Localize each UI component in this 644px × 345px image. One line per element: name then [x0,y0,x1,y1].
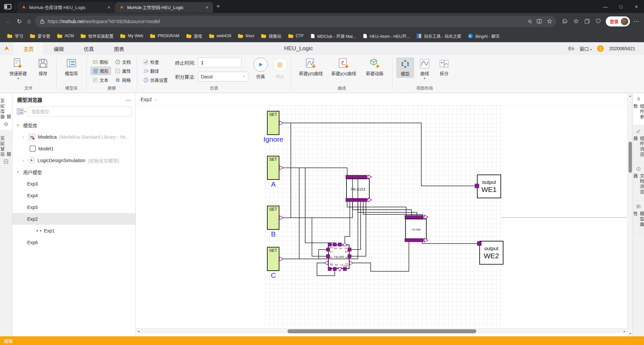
icon-view-button[interactable]: 图标 [91,58,111,66]
chip-74ls00[interactable]: 74LS00 vcc B4 A4 Y4 A1 B1 Y1 B3 A3 Y3 A2… [328,245,350,269]
tree-item-modelica[interactable]: › m Modelica(Modelica Standard Library -… [12,131,136,143]
tree-item-exp3[interactable]: Exp3 [12,178,136,190]
ribbon-tab-chart[interactable]: 图表 [104,42,134,55]
tree-item-exp6[interactable]: Exp6 [12,236,136,248]
grid-button[interactable]: 网格 [113,76,133,84]
browser-menu-icon[interactable]: ⋯ [633,18,639,25]
integrator-select[interactable]: Dassl˅ [198,72,248,81]
bookmark-folder[interactable]: 夏令营 [27,31,53,41]
read-aloud-icon[interactable]: A) [528,19,531,24]
back-button[interactable]: ← [5,18,11,25]
tree-item-exp2-selected[interactable]: Exp2 [12,213,136,225]
new-animation-button[interactable]: 新建动画 [361,58,388,76]
ribbon-tab-home[interactable]: 主页 [13,42,44,55]
chip-74ls86[interactable]: 74LS86 [405,219,427,240]
breadcrumb-item[interactable]: Exp2 [141,96,152,102]
add-favorite-icon[interactable] [547,19,552,24]
library-view-toggle[interactable]: ▾ [16,108,26,115]
set-block-a[interactable]: SET [267,156,279,180]
bookmark-folder[interactable]: ACM [54,32,77,40]
bookmark-folder[interactable]: web428 [206,32,234,40]
tree-item-exp1[interactable]: Exp1 [12,225,136,236]
browser-tab-active[interactable]: MoHub-工作空间-HEU_Logic × [115,2,213,13]
bookmark-site[interactable]: BingAI - 聊天 [465,31,503,41]
strip-tab-document-browser[interactable]: 文档浏览器 [633,163,644,200]
ribbon-tab-simulate[interactable]: 仿真 [74,42,104,55]
horizontal-scrollbar[interactable]: ◂ ▸ [136,328,627,334]
scroll-up-icon[interactable]: ▴ [628,93,633,98]
output-block-we2[interactable]: outputWE2 [479,241,503,265]
tree-item-model-library[interactable]: ▾ 模型库 [12,119,136,131]
simulation-settings-button[interactable]: 仿真设置 [141,76,170,84]
ribbon-tab-edit[interactable]: 编辑 [44,42,74,55]
workspaces-icon[interactable] [4,4,11,9]
scrollbar-thumb[interactable] [287,329,476,333]
bookmark-folder[interactable]: 学习 [4,31,26,41]
model-view-button[interactable]: 模型 [396,58,414,78]
scrollbar-thumb[interactable] [629,142,632,173]
close-tab-icon[interactable]: × [204,5,210,10]
scroll-right-icon[interactable]: ▸ [622,329,627,334]
set-block-c[interactable]: SET [267,247,279,271]
tree-item-logicdesignsimulation[interactable]: › LogicDesignSimulation(初始化空模型) [12,154,136,166]
bookmark-folder[interactable]: 镜像站 [258,31,284,41]
properties-button[interactable]: 属性 [113,67,133,75]
extensions-icon[interactable] [562,18,568,24]
panel-minimize-icon[interactable]: — [126,97,131,102]
bookmark-page[interactable]: HEU-Atom - HEU开... [360,31,413,41]
browser-tab-inactive[interactable]: MoHub-仓库详情-HEU_Logic × [17,2,115,13]
strip-tab-simulation-browser[interactable]: 仿真浏览器 [0,131,12,168]
notification-badge[interactable]: 2 [597,45,604,52]
quick-new-button[interactable]: 快速新建 ▾ [5,58,32,79]
bookmark-folder[interactable]: 游戏 [183,31,205,41]
new-yt-curve-button[interactable]: 新建y(t)曲线 [296,58,326,76]
strip-tab-model-properties[interactable]: 模型属性 [633,200,644,234]
set-block-b[interactable]: SET [267,206,279,230]
strip-tab-component-browser[interactable]: 组件浏览器 [633,125,644,163]
output-block-we1[interactable]: outputWE1 [477,175,501,198]
curve-view-button[interactable]: 曲线 ▾ [416,58,433,80]
stop-simulation-button[interactable]: 停止 [273,58,287,79]
bookmark-folder[interactable]: CTF [285,32,307,40]
save-button[interactable]: 保存 [34,58,52,76]
minimize-button[interactable]: — [598,4,613,9]
refresh-button[interactable]: ↻ [17,18,22,25]
user-id[interactable]: 2020065821 [609,46,635,51]
split-screen-icon[interactable] [537,19,542,23]
chip-74ls153[interactable]: 74LS153 [346,179,370,200]
address-bar[interactable]: https://mohub.net/workspace?id=5926&sour… [35,16,556,27]
tree-item-exp4[interactable]: Exp4 [12,190,136,201]
browser-essentials-icon[interactable] [595,18,601,24]
scroll-down-icon[interactable]: ▾ [628,331,633,336]
diagram-view-button[interactable]: 图形 [91,67,111,75]
search-input[interactable] [28,107,131,117]
translate-button[interactable]: 翻译 [141,67,170,75]
tree-item-model1[interactable]: Model1 [12,143,136,154]
scroll-left-icon[interactable]: ◂ [136,329,141,334]
text-view-button[interactable]: 文本 [91,76,111,84]
bookmark-site[interactable]: 站长工具 - 站长之家 [414,31,464,41]
new-yx-curve-button[interactable]: 新建y(x)曲线 [328,58,359,76]
maximize-button[interactable]: □ [613,4,629,9]
strip-tab-component-parameters[interactable]: 组件参数 [633,93,644,125]
check-button[interactable]: 检查 [141,58,170,66]
strip-tab-model-browser[interactable]: 模型浏览器 [0,93,12,131]
language-toggle[interactable]: En [569,46,574,51]
run-simulation-button[interactable]: 仿真 [254,58,268,79]
document-button[interactable]: 文档 [113,58,133,66]
new-tab-button[interactable]: + [216,3,220,10]
favorites-icon[interactable] [573,18,579,24]
bookmark-folder[interactable]: 软件安装配置 [77,31,116,41]
diagram-canvas[interactable]: Exp2 › SET Ignore SET A SET B SET C 74LS… [136,93,627,336]
close-tab-icon[interactable]: × [106,5,112,10]
tree-item-user-models[interactable]: ▾ 用户模型 [12,166,136,178]
vertical-scrollbar[interactable]: ▴ ▾ [627,93,633,336]
model-library-button[interactable]: 模型库 [61,58,82,76]
window-menu[interactable]: 窗口 ▾ [580,45,592,52]
split-view-button[interactable]: 拆分 [435,58,453,77]
bookmark-folder[interactable]: PROGRAM [147,32,182,40]
bookmark-page[interactable]: MDClub - 开源 Mat... [308,31,359,41]
collections-icon[interactable] [584,18,590,24]
stop-time-input[interactable] [198,58,241,67]
bookmark-folder[interactable]: linux [235,32,257,40]
